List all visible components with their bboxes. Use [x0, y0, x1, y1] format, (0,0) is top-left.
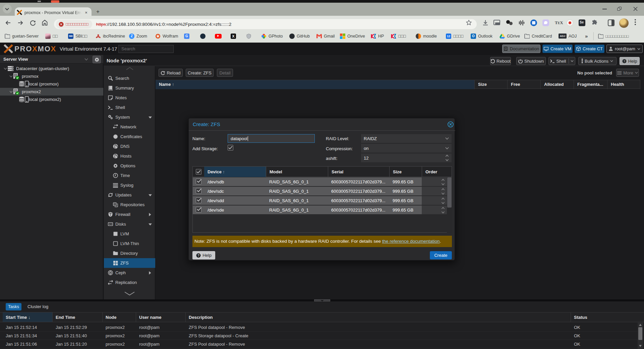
svg-text:?: ? — [197, 253, 199, 257]
svg-text:?: ? — [623, 59, 625, 63]
